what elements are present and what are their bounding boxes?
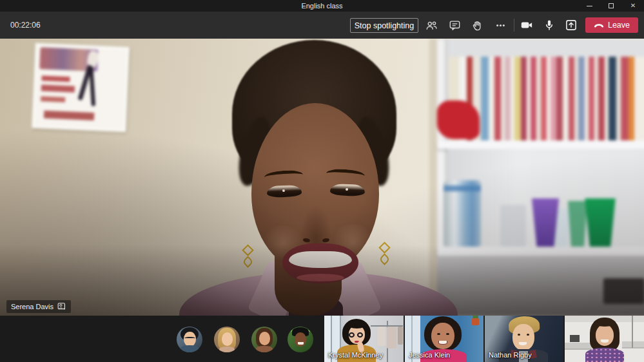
participant-video[interactable]: Krystal McKinney (324, 316, 404, 362)
participant-name: Nathan Rigby (489, 351, 532, 359)
wall-poster (32, 43, 130, 132)
camera-button[interactable] (518, 17, 536, 33)
close-button[interactable]: ✕ (622, 0, 644, 12)
participant-avatar[interactable] (177, 327, 202, 352)
camera-icon (520, 19, 533, 32)
participant-video[interactable]: Nathan Rigby (485, 316, 563, 362)
stop-spotlighting-button[interactable]: Stop spotlighting (350, 18, 418, 33)
maximize-icon (609, 3, 614, 8)
microphone-button[interactable] (540, 17, 558, 33)
minimize-icon (587, 6, 592, 6)
spotlight-video[interactable]: Serena Davis (0, 39, 644, 316)
spotlight-icon (57, 302, 66, 311)
leave-button[interactable]: Leave (585, 17, 638, 33)
maximize-button[interactable] (600, 0, 622, 12)
leave-label: Leave (608, 21, 630, 30)
minimize-button[interactable] (578, 0, 600, 12)
more-actions-icon (494, 19, 507, 32)
more-actions-button[interactable] (491, 17, 509, 33)
toolbar-divider (514, 19, 514, 32)
bookshelf (429, 39, 644, 316)
share-screen-icon (565, 19, 578, 32)
participant-video[interactable]: Jessica Klein (405, 316, 483, 362)
teams-meeting-window: English class ✕ 00:22:06 Stop spotlighti… (0, 0, 644, 362)
show-participants-button[interactable] (422, 17, 440, 33)
participant-avatar[interactable] (288, 327, 313, 352)
participant-name: Krystal McKinney (328, 351, 383, 359)
participant-avatar[interactable] (214, 327, 240, 352)
share-screen-button[interactable] (562, 17, 580, 33)
meeting-control-bar: 00:22:06 Stop spotlighting (0, 12, 644, 39)
close-icon: ✕ (630, 3, 636, 9)
microphone-icon (543, 19, 556, 32)
window-controls: ✕ (578, 0, 644, 12)
meeting-timer: 00:22:06 (10, 12, 41, 39)
meeting-title: English class (0, 0, 644, 12)
participants-bar: Krystal McKinney Jessica Klein Nathan Ri… (0, 316, 644, 362)
participant-video[interactable] (565, 316, 644, 362)
raise-hand-icon (471, 19, 483, 32)
raise-hand-button[interactable] (468, 17, 486, 33)
chat-button[interactable] (445, 17, 463, 33)
participants-icon (425, 19, 438, 32)
spotlight-name-tag: Serena Davis (6, 300, 71, 313)
title-bar: English class ✕ (0, 0, 644, 12)
participant-name: Jessica Klein (409, 351, 450, 359)
spotlight-name: Serena Davis (11, 303, 54, 310)
participant-avatar[interactable] (251, 327, 277, 352)
chat-icon (449, 19, 461, 32)
hang-up-icon (594, 21, 604, 29)
